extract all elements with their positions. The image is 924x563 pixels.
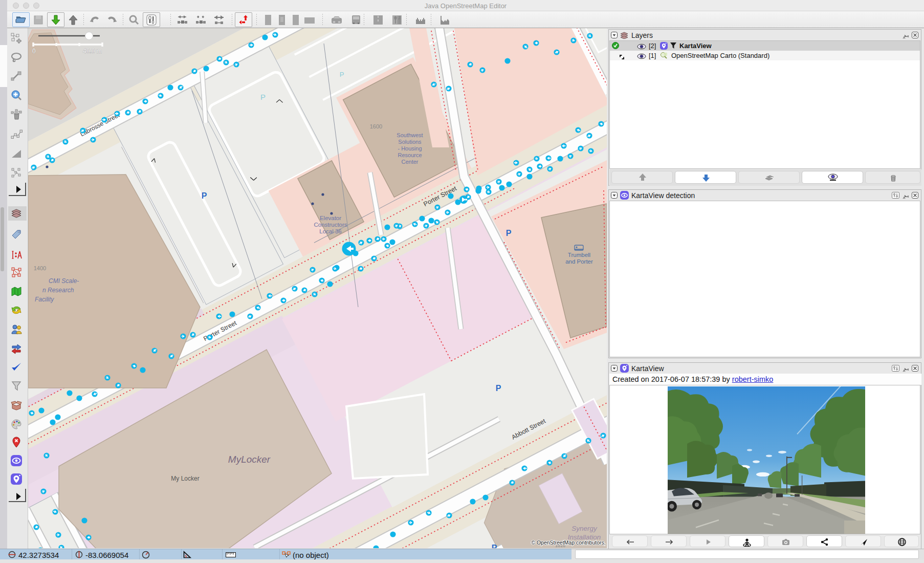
- svg-text:P: P: [340, 71, 344, 78]
- svg-text:Elevator: Elevator: [320, 215, 341, 221]
- svg-text:Synergy: Synergy: [571, 525, 598, 532]
- svg-text:Resource: Resource: [398, 152, 422, 158]
- svg-text:P: P: [492, 544, 497, 548]
- svg-text:P: P: [202, 191, 207, 200]
- svg-text:40.0 m: 40.0 m: [83, 48, 102, 55]
- svg-text:Facility: Facility: [35, 296, 54, 303]
- svg-text:P: P: [506, 229, 512, 237]
- svg-text:Southwest: Southwest: [397, 132, 423, 138]
- svg-text:P: P: [496, 384, 501, 393]
- svg-text:© OpenStreetMap contributors,: © OpenStreetMap contributors,: [531, 539, 605, 546]
- svg-text:and Porter: and Porter: [565, 258, 593, 265]
- svg-text:Center: Center: [401, 159, 418, 165]
- svg-text:1600: 1600: [370, 123, 382, 129]
- svg-text:P: P: [260, 93, 266, 101]
- svg-text:Trumbell: Trumbell: [568, 252, 590, 258]
- svg-text:- Housing: - Housing: [398, 145, 422, 151]
- svg-text:Constructors: Constructors: [314, 222, 347, 228]
- svg-text:Solutions: Solutions: [398, 139, 422, 145]
- svg-text:1400: 1400: [34, 265, 46, 271]
- svg-text:MyLocker: MyLocker: [228, 454, 271, 465]
- svg-text:0: 0: [32, 48, 36, 55]
- svg-text:CMI Scale-: CMI Scale-: [49, 277, 79, 285]
- svg-text:My Locker: My Locker: [171, 475, 199, 482]
- svg-text:n Research: n Research: [42, 287, 74, 294]
- svg-text:Local 36: Local 36: [319, 228, 341, 234]
